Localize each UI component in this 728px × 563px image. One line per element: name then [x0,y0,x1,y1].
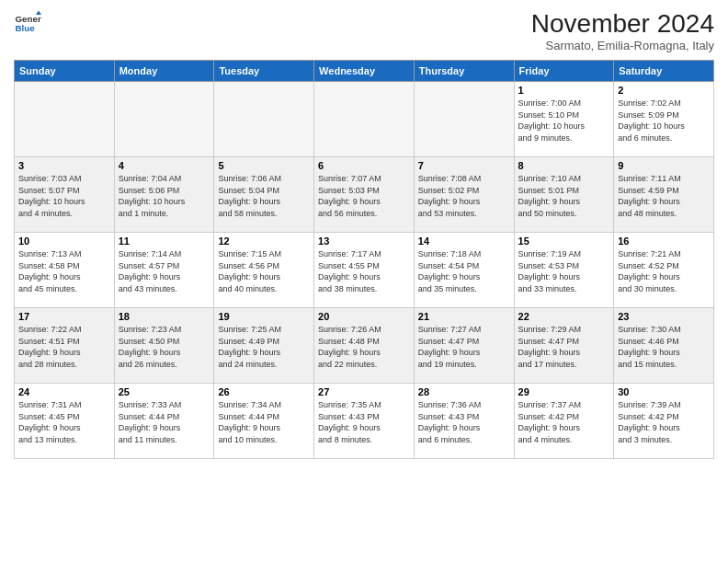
day-info: Sunrise: 7:17 AMSunset: 4:55 PMDaylight:… [318,248,410,294]
day-info: Sunrise: 7:13 AMSunset: 4:58 PMDaylight:… [18,248,110,294]
table-row [414,82,514,157]
table-row: 8Sunrise: 7:10 AMSunset: 5:01 PMDaylight… [514,157,614,233]
day-info: Sunrise: 7:10 AMSunset: 5:01 PMDaylight:… [518,173,610,219]
calendar-table: Sunday Monday Tuesday Wednesday Thursday… [14,60,714,459]
svg-marker-2 [36,11,41,16]
calendar-week-4: 17Sunrise: 7:22 AMSunset: 4:51 PMDayligh… [15,308,714,384]
day-number: 4 [119,160,210,171]
table-row: 6Sunrise: 7:07 AMSunset: 5:03 PMDaylight… [314,157,415,233]
day-info: Sunrise: 7:03 AMSunset: 5:07 PMDaylight:… [18,173,110,219]
calendar-page: General Blue November 2024 Sarmato, Emil… [0,0,728,563]
day-number: 25 [119,386,210,397]
day-number: 24 [18,386,110,397]
day-number: 29 [518,386,610,397]
day-number: 16 [618,236,710,247]
day-number: 18 [119,311,210,322]
table-row: 22Sunrise: 7:29 AMSunset: 4:47 PMDayligh… [514,308,614,384]
col-friday: Friday [514,61,614,82]
header: General Blue November 2024 Sarmato, Emil… [14,9,714,52]
title-section: November 2024 Sarmato, Emilia-Romagna, I… [531,9,714,52]
table-row: 7Sunrise: 7:08 AMSunset: 5:02 PMDaylight… [414,157,514,233]
day-info: Sunrise: 7:00 AMSunset: 5:10 PMDaylight:… [518,98,610,144]
day-info: Sunrise: 7:21 AMSunset: 4:52 PMDaylight:… [618,248,710,294]
day-info: Sunrise: 7:23 AMSunset: 4:50 PMDaylight:… [119,324,210,370]
col-tuesday: Tuesday [214,61,314,82]
day-number: 20 [318,311,410,322]
table-row: 9Sunrise: 7:11 AMSunset: 4:59 PMDaylight… [614,157,714,233]
col-saturday: Saturday [614,61,714,82]
table-row: 20Sunrise: 7:26 AMSunset: 4:48 PMDayligh… [314,308,415,384]
day-number: 13 [318,236,410,247]
day-info: Sunrise: 7:06 AMSunset: 5:04 PMDaylight:… [218,173,310,219]
day-info: Sunrise: 7:33 AMSunset: 4:44 PMDaylight:… [119,399,210,445]
day-number: 10 [18,236,110,247]
day-info: Sunrise: 7:35 AMSunset: 4:43 PMDaylight:… [318,399,410,445]
table-row: 27Sunrise: 7:35 AMSunset: 4:43 PMDayligh… [314,384,415,459]
day-info: Sunrise: 7:29 AMSunset: 4:47 PMDaylight:… [518,324,610,370]
subtitle: Sarmato, Emilia-Romagna, Italy [531,39,714,52]
day-number: 5 [218,160,310,171]
table-row: 26Sunrise: 7:34 AMSunset: 4:44 PMDayligh… [214,384,314,459]
day-number: 15 [518,236,610,247]
table-row: 2Sunrise: 7:02 AMSunset: 5:09 PMDaylight… [614,82,714,157]
logo-icon: General Blue [14,9,41,37]
col-wednesday: Wednesday [314,61,415,82]
table-row [15,82,115,157]
table-row: 13Sunrise: 7:17 AMSunset: 4:55 PMDayligh… [314,233,415,308]
logo: General Blue [14,9,41,37]
table-row [314,82,415,157]
day-number: 7 [418,160,510,171]
svg-text:Blue: Blue [16,23,36,33]
table-row: 24Sunrise: 7:31 AMSunset: 4:45 PMDayligh… [15,384,115,459]
day-number: 14 [418,236,510,247]
day-number: 3 [18,160,110,171]
table-row: 29Sunrise: 7:37 AMSunset: 4:42 PMDayligh… [514,384,614,459]
day-info: Sunrise: 7:14 AMSunset: 4:57 PMDaylight:… [119,248,210,294]
day-number: 1 [518,85,610,96]
day-info: Sunrise: 7:25 AMSunset: 4:49 PMDaylight:… [218,324,310,370]
day-info: Sunrise: 7:19 AMSunset: 4:53 PMDaylight:… [518,248,610,294]
day-info: Sunrise: 7:02 AMSunset: 5:09 PMDaylight:… [618,98,710,144]
table-row: 15Sunrise: 7:19 AMSunset: 4:53 PMDayligh… [514,233,614,308]
month-title: November 2024 [531,9,714,39]
day-info: Sunrise: 7:27 AMSunset: 4:47 PMDaylight:… [418,324,510,370]
table-row: 3Sunrise: 7:03 AMSunset: 5:07 PMDaylight… [15,157,115,233]
table-row: 30Sunrise: 7:39 AMSunset: 4:42 PMDayligh… [614,384,714,459]
day-number: 19 [218,311,310,322]
table-row: 5Sunrise: 7:06 AMSunset: 5:04 PMDaylight… [214,157,314,233]
day-number: 8 [518,160,610,171]
day-info: Sunrise: 7:18 AMSunset: 4:54 PMDaylight:… [418,248,510,294]
day-number: 17 [18,311,110,322]
table-row: 28Sunrise: 7:36 AMSunset: 4:43 PMDayligh… [414,384,514,459]
table-row: 12Sunrise: 7:15 AMSunset: 4:56 PMDayligh… [214,233,314,308]
day-info: Sunrise: 7:08 AMSunset: 5:02 PMDaylight:… [418,173,510,219]
table-row: 11Sunrise: 7:14 AMSunset: 4:57 PMDayligh… [114,233,214,308]
table-row: 14Sunrise: 7:18 AMSunset: 4:54 PMDayligh… [414,233,514,308]
day-info: Sunrise: 7:30 AMSunset: 4:46 PMDaylight:… [618,324,710,370]
day-number: 11 [119,236,210,247]
day-number: 9 [618,160,710,171]
day-number: 22 [518,311,610,322]
calendar-header-row: Sunday Monday Tuesday Wednesday Thursday… [15,61,714,82]
svg-text:General: General [16,14,42,24]
calendar-week-1: 1Sunrise: 7:00 AMSunset: 5:10 PMDaylight… [15,82,714,157]
day-info: Sunrise: 7:04 AMSunset: 5:06 PMDaylight:… [119,173,210,219]
table-row: 1Sunrise: 7:00 AMSunset: 5:10 PMDaylight… [514,82,614,157]
day-info: Sunrise: 7:37 AMSunset: 4:42 PMDaylight:… [518,399,610,445]
table-row [114,82,214,157]
table-row: 17Sunrise: 7:22 AMSunset: 4:51 PMDayligh… [15,308,115,384]
table-row: 19Sunrise: 7:25 AMSunset: 4:49 PMDayligh… [214,308,314,384]
table-row: 10Sunrise: 7:13 AMSunset: 4:58 PMDayligh… [15,233,115,308]
day-info: Sunrise: 7:07 AMSunset: 5:03 PMDaylight:… [318,173,410,219]
day-number: 6 [318,160,410,171]
day-number: 26 [218,386,310,397]
table-row: 23Sunrise: 7:30 AMSunset: 4:46 PMDayligh… [614,308,714,384]
day-number: 21 [418,311,510,322]
day-number: 30 [618,386,710,397]
col-thursday: Thursday [414,61,514,82]
day-info: Sunrise: 7:15 AMSunset: 4:56 PMDaylight:… [218,248,310,294]
day-number: 23 [618,311,710,322]
day-number: 2 [618,85,710,96]
day-info: Sunrise: 7:11 AMSunset: 4:59 PMDaylight:… [618,173,710,219]
day-info: Sunrise: 7:22 AMSunset: 4:51 PMDaylight:… [18,324,110,370]
